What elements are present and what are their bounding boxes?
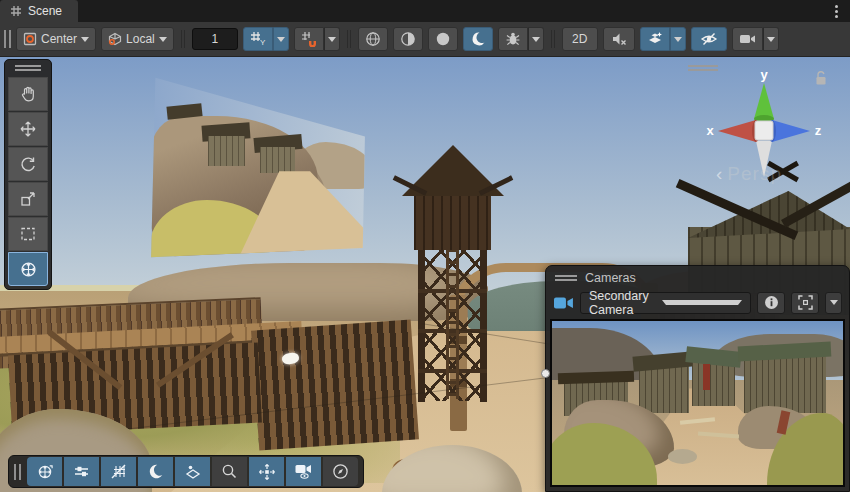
overlay-toggle-grid-snap[interactable] <box>101 457 136 486</box>
preview-hut <box>692 360 736 406</box>
toolbar-separator <box>551 30 555 48</box>
grid-snap-group: Y <box>243 27 289 51</box>
overlay-toggle-gizmos[interactable] <box>175 457 210 486</box>
transform-icon <box>19 260 38 279</box>
preview-banner <box>703 364 710 390</box>
overlay-toggle-transform-tools[interactable] <box>27 457 62 486</box>
chevron-left-icon: ‹ <box>716 163 723 184</box>
tab-bar: Scene <box>0 0 850 22</box>
magnifier-icon <box>221 463 238 480</box>
grid-snap-dropdown[interactable] <box>273 27 289 51</box>
effects-dropdown[interactable] <box>670 27 686 51</box>
wireframe-globe-icon <box>365 31 381 47</box>
preview-hut-roof <box>558 371 634 385</box>
pivot-mode-dropdown[interactable]: Center <box>16 27 96 51</box>
watchtower-cabin <box>414 193 491 250</box>
gizmo-y-cone[interactable] <box>754 83 774 119</box>
eye-slash-icon <box>700 31 718 47</box>
axis-x-label: x <box>706 123 714 138</box>
gizmos-diamond-icon <box>184 463 202 481</box>
2d-label: 2D <box>572 32 587 46</box>
cameras-panel-header[interactable]: Cameras <box>546 266 849 289</box>
cameras-panel-controls: Secondary Camera <box>546 289 849 316</box>
overlay-toggle-navigation[interactable] <box>323 457 358 486</box>
drag-handle[interactable] <box>14 464 21 480</box>
overlay-toggle-move[interactable] <box>249 457 284 486</box>
camera-frame-button[interactable] <box>791 292 819 314</box>
toolbar-separator <box>181 30 185 48</box>
2d-mode-button[interactable]: 2D <box>562 27 598 51</box>
gizmo-z-cone[interactable] <box>772 120 810 142</box>
moon-icon <box>470 31 486 47</box>
rect-tool[interactable] <box>8 217 48 251</box>
preview-rock <box>668 449 697 464</box>
camera-eye-icon <box>294 463 313 480</box>
info-icon <box>764 295 779 310</box>
effects-button[interactable] <box>640 27 670 51</box>
drag-handle[interactable] <box>15 65 41 71</box>
axis-z-label: z <box>815 123 822 138</box>
effects-group <box>640 27 686 51</box>
sphere-icon <box>435 31 451 47</box>
projection-label: Persp <box>727 163 782 184</box>
scale-icon <box>19 190 37 208</box>
rotate-tool[interactable] <box>8 147 48 181</box>
grid-slash-icon <box>110 463 127 480</box>
camera-panel-dropdown[interactable] <box>825 292 842 314</box>
overlay-toggle-tool-settings[interactable] <box>64 457 99 486</box>
watchtower-leg <box>418 249 425 402</box>
orientation-label: Local <box>126 32 155 46</box>
snap-magnet-button[interactable] <box>294 27 324 51</box>
overlay-toggle-cameras[interactable] <box>286 457 321 486</box>
gizmo-cube[interactable] <box>755 121 773 140</box>
chevron-down-icon <box>159 37 167 42</box>
overlay-toggle-search[interactable] <box>212 457 247 486</box>
shaded-wireframe-button[interactable] <box>393 27 423 51</box>
grid-snap-y-button[interactable]: Y <box>243 27 273 51</box>
camera-settings-dropdown[interactable] <box>763 27 779 51</box>
kebab-menu-icon[interactable] <box>828 3 844 19</box>
orientation-dropdown[interactable]: Local <box>101 27 174 51</box>
projection-mode[interactable]: ‹Persp <box>716 163 782 185</box>
scene-viewport[interactable]: y x z ‹Persp Cameras Secondary Camera <box>0 57 850 492</box>
video-camera-icon <box>553 296 574 310</box>
drag-handle[interactable] <box>4 30 11 48</box>
audio-mute-button[interactable] <box>603 27 635 51</box>
tab-scene[interactable]: Scene <box>0 0 78 22</box>
move-tool[interactable] <box>8 112 48 146</box>
toolbar-separator <box>347 30 351 48</box>
magnet-grid-icon <box>301 31 317 47</box>
half-sphere-icon <box>400 31 416 47</box>
overlay-resize-dot[interactable] <box>541 369 550 378</box>
camera-preview-image <box>552 321 843 485</box>
overlay-toggle-lighting[interactable] <box>138 457 173 486</box>
watchtower-leg <box>480 249 487 402</box>
debug-bug-button[interactable] <box>498 27 528 51</box>
debug-dropdown[interactable] <box>528 27 544 51</box>
speaker-mute-icon <box>611 31 627 47</box>
shaded-mode-button[interactable] <box>428 27 458 51</box>
cameras-panel-title: Cameras <box>585 271 636 285</box>
camera-settings-button[interactable] <box>732 27 763 51</box>
axis-y-label: y <box>760 69 768 82</box>
camera-info-button[interactable] <box>757 292 785 314</box>
camera-select-dropdown[interactable]: Secondary Camera <box>580 292 751 314</box>
view-hand-tool[interactable] <box>8 77 48 111</box>
scene-visibility-button[interactable] <box>691 27 727 51</box>
snap-settings-dropdown[interactable] <box>324 27 340 51</box>
transform-tool[interactable] <box>8 252 48 286</box>
drag-handle[interactable] <box>555 275 577 281</box>
video-camera-icon <box>739 32 756 46</box>
layers-sparkle-icon <box>647 31 663 47</box>
move-cross-icon <box>258 463 276 481</box>
scene-lighting-button[interactable] <box>463 27 493 51</box>
snap-settings-group <box>294 27 340 51</box>
pivot-mode-label: Center <box>41 32 77 46</box>
snap-increment-input[interactable] <box>192 28 238 50</box>
gizmo-x-cone[interactable] <box>718 120 756 142</box>
preview-hut <box>744 354 825 413</box>
frame-icon <box>798 295 813 310</box>
scale-tool[interactable] <box>8 182 48 216</box>
wireframe-mode-button[interactable] <box>358 27 388 51</box>
moon-icon <box>147 463 164 480</box>
